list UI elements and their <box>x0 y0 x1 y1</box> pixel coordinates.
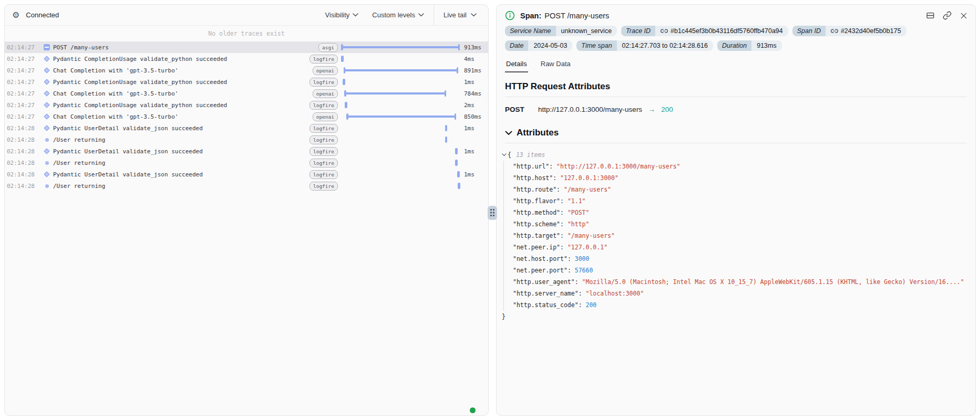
trace-row[interactable]: 02:14:27 Chat Completion with 'gpt-3.5-t… <box>5 65 488 76</box>
duration-bar <box>345 102 347 108</box>
span-details-panel: Span: POST /many-users Service Name unkn… <box>496 4 976 416</box>
duration-label: 850ms <box>459 113 488 120</box>
trace-row-toggle-icon[interactable] <box>40 44 53 50</box>
duration-bar <box>457 171 460 177</box>
attributes-collapse-chevron-icon[interactable] <box>505 131 512 135</box>
metadata-badge-label: Duration <box>717 40 751 51</box>
attribute-key: http.method <box>513 209 568 216</box>
duration-bar <box>445 125 448 131</box>
trace-row-toggle-icon[interactable] <box>40 80 53 84</box>
json-entries: http.urlhttp://127.0.0.1:3000/many-users… <box>503 161 967 311</box>
duration-bar-track <box>342 111 459 122</box>
duration-label: 1ms <box>459 79 488 86</box>
json-items-count: 13 items <box>516 149 545 161</box>
metadata-badge: Trace ID #b1c445ef3b0b43116df5760ffb470a… <box>621 26 788 36</box>
trace-row[interactable]: 02:14:28 /User returning logfire <box>5 134 488 145</box>
duration-bar <box>455 148 458 154</box>
visibility-dropdown[interactable]: Visibility <box>325 11 359 19</box>
trace-row-toggle-icon[interactable] <box>40 57 53 61</box>
attribute-value: 200 <box>586 301 597 309</box>
trace-row[interactable]: 02:14:27 Chat Completion with 'gpt-3.5-t… <box>5 88 488 99</box>
split-view-icon[interactable] <box>926 11 935 20</box>
trace-row[interactable]: 02:14:28 Pydantic UserDetail validate_js… <box>5 122 488 134</box>
span-header: Span: POST /many-users <box>497 5 975 25</box>
trace-timestamp: 02:14:28 <box>7 125 40 132</box>
trace-row-toggle-icon[interactable] <box>40 126 53 130</box>
scope-badge: openai <box>313 112 338 121</box>
panel-resize-handle[interactable] <box>488 206 497 220</box>
attribute-row: http.server_namelocalhost:3000 <box>513 288 967 299</box>
trace-row[interactable]: 02:14:27 POST /many-users asgi 913ms <box>5 41 488 53</box>
attribute-row: http.status_code200 <box>513 299 967 311</box>
trace-row[interactable]: 02:14:28 /User returning logfire <box>5 157 488 169</box>
json-collapse-chevron-icon[interactable] <box>502 153 507 156</box>
connection-status-label: Connected <box>26 11 59 19</box>
duration-bar-track <box>342 76 459 88</box>
metadata-badge-label: Service Name <box>505 26 556 36</box>
duration-bar-track <box>342 169 459 180</box>
trace-row-label: POST /many-users <box>53 44 314 51</box>
duration-bar <box>344 69 458 71</box>
copy-link-icon[interactable] <box>943 11 952 20</box>
live-tail-label: Live tail <box>443 11 467 19</box>
detail-tab[interactable]: Raw Data <box>540 60 572 72</box>
metadata-badge: Date 2024-05-03 <box>505 40 572 51</box>
trace-row-label: Pydantic UserDetail validate_json succee… <box>53 125 314 132</box>
span-metadata-badges: Service Name unknown_service Trace ID #b… <box>497 25 959 51</box>
duration-bar-track <box>342 145 459 157</box>
http-method: POST <box>505 106 538 113</box>
attribute-value: localhost:3000 <box>586 290 644 297</box>
trace-timestamp: 02:14:27 <box>7 113 40 120</box>
metadata-badge: Span ID #2432d40ef5b0b175 <box>792 26 906 36</box>
trace-row-toggle-icon[interactable] <box>40 149 53 153</box>
trace-row-toggle-icon[interactable] <box>40 172 53 176</box>
duration-bar <box>458 183 460 189</box>
link-icon[interactable] <box>831 27 838 35</box>
trace-row-toggle-icon[interactable] <box>40 161 53 165</box>
trace-row-toggle-icon[interactable] <box>40 68 53 72</box>
duration-label: 891ms <box>459 67 488 74</box>
attribute-key: http.target <box>513 232 568 239</box>
settings-gear-icon[interactable]: ⚙ <box>12 11 19 19</box>
trace-row-toggle-icon[interactable] <box>40 138 53 142</box>
attribute-value: 3000 <box>575 255 590 262</box>
duration-bar <box>341 56 344 62</box>
attribute-row: net.host.port3000 <box>513 253 967 265</box>
duration-bar <box>455 160 458 166</box>
live-status-dot <box>470 407 476 413</box>
trace-row-toggle-icon[interactable] <box>40 91 53 96</box>
attribute-value: 1.1 <box>568 197 586 205</box>
duration-bar <box>345 92 446 94</box>
detail-tab[interactable]: Details <box>505 60 528 72</box>
attribute-value: http://127.0.0.1:3000/many-users <box>556 163 680 170</box>
trace-row[interactable]: 02:14:28 Pydantic UserDetail validate_js… <box>5 145 488 157</box>
detail-tabs: Details Raw Data <box>497 60 975 72</box>
trace-row[interactable]: 02:14:27 Chat Completion with 'gpt-3.5-t… <box>5 111 488 122</box>
trace-row[interactable]: 02:14:27 Pydantic CompletionUsage valida… <box>5 53 488 65</box>
trace-row-label: Pydantic UserDetail validate_json succee… <box>53 148 314 155</box>
attribute-value: /many-users <box>564 186 611 193</box>
trace-row[interactable]: 02:14:28 Pydantic UserDetail validate_js… <box>5 169 488 180</box>
live-tail-dropdown[interactable]: Live tail <box>443 11 477 19</box>
custom-levels-dropdown[interactable]: Custom levels <box>372 11 424 19</box>
http-request-summary: POST http://127.0.0.1:3000/many-users → … <box>497 105 975 113</box>
trace-row-label: /User returning <box>53 136 314 143</box>
span-title: POST /many-users <box>544 12 609 20</box>
trace-row[interactable]: 02:14:27 Pydantic CompletionUsage valida… <box>5 76 488 88</box>
trace-row-toggle-icon[interactable] <box>40 103 53 107</box>
trace-timestamp: 02:14:28 <box>7 183 40 190</box>
attributes-heading: Attributes <box>517 128 559 138</box>
link-icon[interactable] <box>661 27 668 35</box>
close-icon[interactable] <box>960 12 968 20</box>
metadata-badge-label: Date <box>505 40 528 51</box>
duration-bar-track <box>342 41 459 53</box>
trace-row-toggle-icon[interactable] <box>40 114 53 119</box>
section-divider <box>505 143 967 143</box>
trace-row-toggle-icon[interactable] <box>40 184 53 188</box>
duration-bar <box>347 116 456 118</box>
trace-row[interactable]: 02:14:27 Pydantic CompletionUsage valida… <box>5 99 488 111</box>
trace-row[interactable]: 02:14:28 /User returning logfire <box>5 180 488 192</box>
metadata-badge-value: #b1c445ef3b0b43116df5760ffb470a94 <box>655 26 788 36</box>
duration-bar-track <box>342 180 459 192</box>
scope-badge: logfire <box>310 182 338 191</box>
